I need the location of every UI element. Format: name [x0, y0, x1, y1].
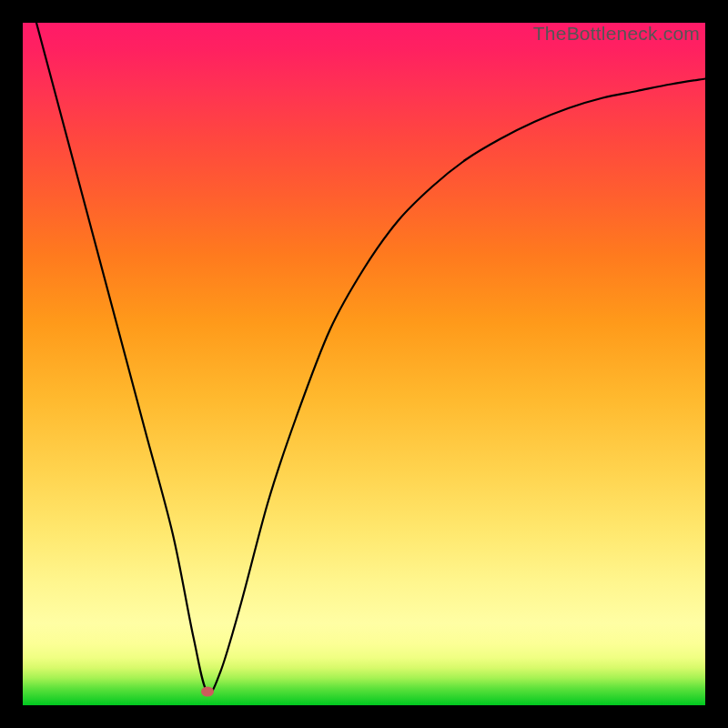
chart-plot-area: TheBottleneck.com — [23, 23, 705, 705]
bottleneck-curve — [23, 23, 705, 705]
chart-frame: TheBottleneck.com — [0, 0, 728, 728]
optimal-point-marker — [201, 687, 214, 697]
